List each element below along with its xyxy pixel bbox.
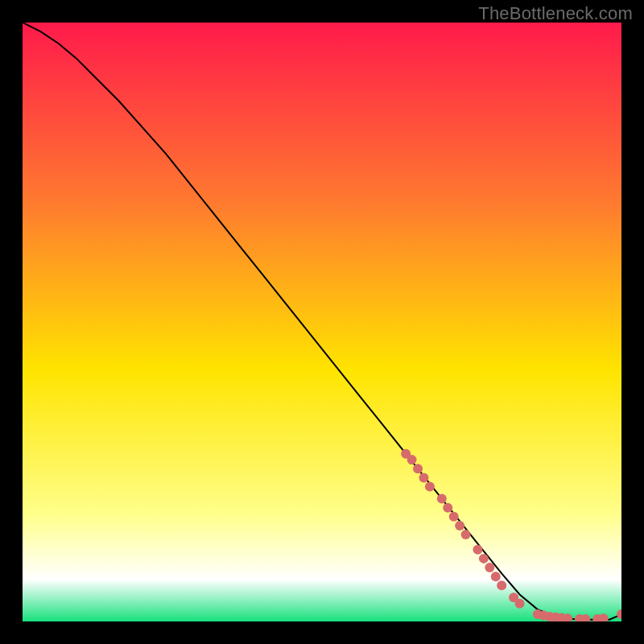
highlight-marker bbox=[449, 512, 459, 522]
chart-frame: TheBottleneck.com bbox=[0, 0, 644, 644]
highlight-marker bbox=[461, 530, 471, 539]
highlight-marker bbox=[413, 464, 423, 473]
highlight-marker bbox=[491, 572, 501, 581]
highlight-marker bbox=[497, 580, 506, 590]
gradient-background bbox=[23, 23, 621, 621]
watermark-text: TheBottleneck.com bbox=[478, 3, 633, 24]
highlight-marker bbox=[485, 563, 494, 572]
highlight-marker bbox=[479, 554, 489, 564]
highlight-marker bbox=[437, 493, 447, 503]
highlight-marker bbox=[425, 482, 435, 492]
highlight-marker bbox=[455, 521, 464, 530]
plot-area bbox=[23, 23, 621, 621]
highlight-marker bbox=[515, 599, 525, 609]
highlight-marker bbox=[473, 545, 482, 555]
chart-svg bbox=[23, 23, 621, 621]
highlight-marker bbox=[407, 455, 417, 464]
highlight-marker bbox=[443, 503, 452, 513]
highlight-marker bbox=[419, 473, 428, 482]
